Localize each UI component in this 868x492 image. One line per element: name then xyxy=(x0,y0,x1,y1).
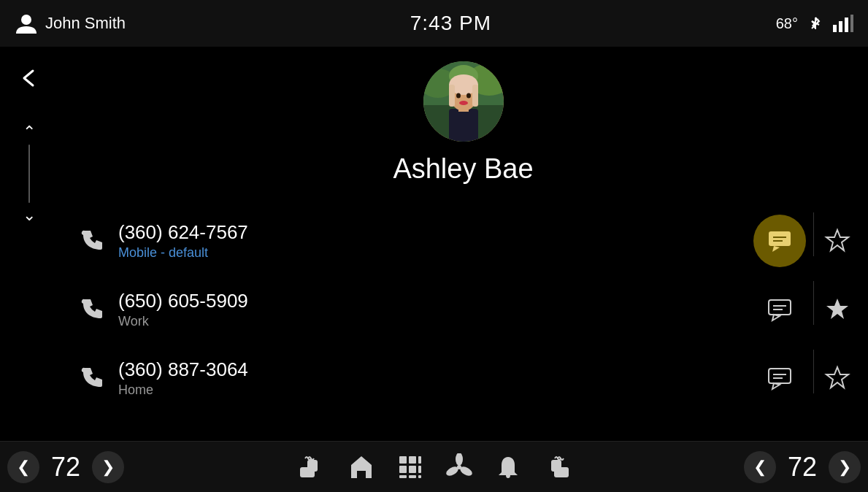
phone-info-3: (360) 887-3064 Home xyxy=(118,358,746,398)
svg-rect-46 xyxy=(409,475,416,478)
svg-rect-26 xyxy=(769,300,791,315)
favorite-button-2[interactable] xyxy=(821,293,853,326)
star-empty-icon-1 xyxy=(824,228,850,254)
message-icon-active xyxy=(767,228,793,254)
temp-control-left: ❮ 72 ❯ xyxy=(7,451,124,483)
favorite-button-1[interactable] xyxy=(821,225,853,257)
svg-point-49 xyxy=(456,453,463,466)
back-icon xyxy=(18,67,40,89)
svg-rect-42 xyxy=(399,466,407,473)
svg-marker-22 xyxy=(772,246,780,252)
temp-increase-right[interactable]: ❯ xyxy=(829,451,861,483)
divider-1 xyxy=(813,212,814,256)
svg-rect-40 xyxy=(409,456,416,464)
bluetooth-icon xyxy=(807,15,824,32)
phone-info-2: (650) 605-5909 Work xyxy=(118,290,746,329)
scroll-indicator: ⌃ ⌄ xyxy=(23,123,36,225)
svg-marker-25 xyxy=(826,230,848,250)
svg-rect-2 xyxy=(833,25,837,32)
chevron-down-icon: ⌄ xyxy=(23,206,36,225)
phone-type-3: Home xyxy=(118,383,746,398)
svg-rect-12 xyxy=(449,109,478,142)
svg-marker-27 xyxy=(772,315,780,320)
svg-point-18 xyxy=(456,93,461,99)
svg-marker-38 xyxy=(351,456,372,478)
svg-marker-35 xyxy=(826,367,848,388)
scroll-line xyxy=(28,145,30,203)
svg-rect-37 xyxy=(307,460,318,472)
svg-rect-53 xyxy=(551,460,561,472)
svg-rect-21 xyxy=(769,231,791,246)
temp-decrease-left[interactable]: ❮ xyxy=(7,451,39,483)
phone-entry-3: (360) 887-3064 Home xyxy=(58,344,868,412)
phone-icon-3 xyxy=(80,366,104,390)
status-bar: John Smith 7:43 PM 68° xyxy=(0,0,868,47)
temperature-display: 68° xyxy=(776,15,798,32)
contact-avatar xyxy=(423,61,504,142)
back-button[interactable] xyxy=(12,61,46,101)
bottom-bar: ❮ 72 ❯ xyxy=(0,441,868,492)
phone-entry-2: (650) 605-5909 Work xyxy=(58,275,868,344)
svg-rect-31 xyxy=(769,369,791,383)
svg-marker-30 xyxy=(826,299,848,319)
phone-icon-2 xyxy=(80,298,104,321)
message-icon-3 xyxy=(767,365,793,391)
phone-type-2: Work xyxy=(118,314,746,329)
phone-type-1: Mobile - default xyxy=(118,245,739,261)
divider-3 xyxy=(813,350,814,393)
temp-decrease-right[interactable]: ❮ xyxy=(744,451,776,483)
phone-number-1: (360) 624-7567 xyxy=(118,221,739,244)
avatar-image xyxy=(423,61,504,142)
user-icon xyxy=(15,12,38,35)
phone-info-1: (360) 624-7567 Mobile - default xyxy=(118,221,739,261)
seat-heat-right-icon xyxy=(543,453,572,482)
svg-rect-3 xyxy=(839,21,842,32)
chevron-up-icon: ⌃ xyxy=(23,123,36,142)
home-icon xyxy=(347,453,375,481)
phone-number-2: (650) 605-5909 xyxy=(118,290,746,312)
temp-value-left: 72 xyxy=(44,452,88,483)
bottom-nav xyxy=(296,453,572,482)
svg-rect-44 xyxy=(418,466,421,473)
svg-point-0 xyxy=(21,15,31,25)
apps-button[interactable] xyxy=(397,454,423,480)
phone-entry-1-info: (360) 624-7567 Mobile - default xyxy=(58,212,753,269)
svg-rect-17 xyxy=(472,85,478,107)
center-content: Ashley Bae (360) 624-7567 Mobile - defau… xyxy=(58,47,868,441)
star-filled-icon-2 xyxy=(824,296,850,323)
fan-button[interactable] xyxy=(445,453,473,481)
status-right: 68° xyxy=(776,15,853,32)
svg-point-19 xyxy=(466,93,471,99)
favorite-button-3[interactable] xyxy=(821,362,853,394)
message-icon-2 xyxy=(767,296,793,323)
message-button-3[interactable] xyxy=(761,359,799,397)
status-left: John Smith xyxy=(15,12,126,35)
temp-control-right: ❮ 72 ❯ xyxy=(744,451,861,483)
bell-icon xyxy=(495,454,521,480)
message-button-1-active[interactable] xyxy=(753,215,806,267)
home-button[interactable] xyxy=(347,453,375,481)
main-content: ⌃ ⌄ xyxy=(0,47,868,441)
seat-heat-right-button[interactable] xyxy=(543,453,572,482)
phone-icon-1 xyxy=(80,229,104,253)
phone-entry-1: (360) 624-7567 Mobile - default xyxy=(58,207,868,275)
left-sidebar: ⌃ ⌄ xyxy=(0,47,58,441)
phone-entry-2-info: (650) 605-5909 Work xyxy=(58,281,761,338)
svg-point-20 xyxy=(459,101,468,105)
seat-heat-left-button[interactable] xyxy=(296,453,326,482)
seat-heat-left-icon xyxy=(296,453,326,482)
svg-rect-4 xyxy=(845,18,848,32)
svg-marker-32 xyxy=(772,383,780,389)
phone-number-3: (360) 887-3064 xyxy=(118,358,746,381)
star-empty-icon-3 xyxy=(824,365,850,391)
svg-rect-43 xyxy=(409,466,416,473)
svg-rect-16 xyxy=(449,85,455,107)
message-button-2[interactable] xyxy=(761,291,799,328)
fan-icon xyxy=(445,453,473,481)
temp-value-right: 72 xyxy=(780,452,824,483)
phone-entry-3-info: (360) 887-3064 Home xyxy=(58,350,761,407)
svg-rect-41 xyxy=(418,456,421,464)
temp-increase-left[interactable]: ❯ xyxy=(92,451,124,483)
phone-list: (360) 624-7567 Mobile - default xyxy=(58,207,868,412)
bell-button[interactable] xyxy=(495,454,521,480)
